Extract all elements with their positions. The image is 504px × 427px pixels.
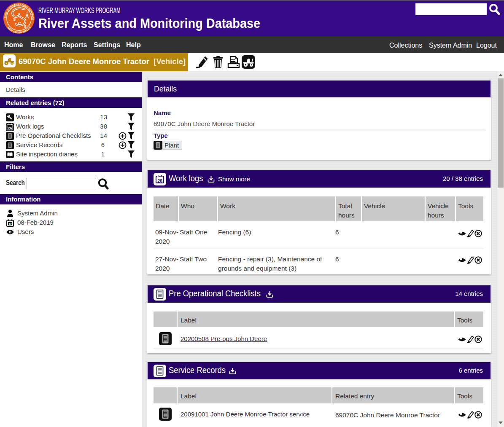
- svg-text:S: S: [13, 17, 16, 21]
- svg-text:26: 26: [157, 178, 162, 183]
- svg-text:S: S: [24, 24, 27, 29]
- svg-text:12: 12: [8, 223, 12, 226]
- svg-text:26: 26: [8, 126, 12, 130]
- svg-text:C: C: [18, 21, 21, 25]
